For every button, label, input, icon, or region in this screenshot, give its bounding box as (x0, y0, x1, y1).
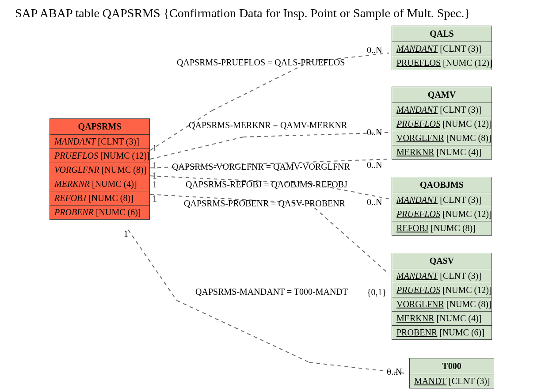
card-one: 1 (152, 194, 157, 204)
relation-label: QAPSRMS-PROBENR = QASV-PROBENR (184, 198, 345, 209)
card-zn: 0..N (367, 197, 382, 207)
entity-qasv: QASV MANDANT [CLNT (3)]PRUEFLOS [NUMC (1… (392, 253, 492, 340)
entity-header: QASV (392, 253, 492, 269)
entity-header: QALS (392, 26, 492, 42)
svg-line-1 (212, 62, 309, 110)
card-zn: 0..N (387, 367, 402, 377)
entity-field: MANDT [CLNT (3)] (410, 374, 494, 388)
entity-field: MANDANT [CLNT (3)] (392, 193, 492, 207)
svg-line-0 (150, 110, 212, 150)
entity-qals: QALS MANDANT [CLNT (3)]PRUEFLOS [NUMC (1… (392, 26, 492, 70)
card-zn: 0..N (367, 45, 382, 55)
card-one: 1 (152, 179, 157, 190)
entity-qapsrms: QAPSRMS MANDANT [CLNT (3)]PRUEFLOS [NUMC… (50, 118, 150, 220)
relation-label: QAPSRMS-MANDANT = T000-MANDT (195, 287, 348, 297)
svg-line-9 (309, 203, 389, 274)
entity-field: PROBENR [NUMC (6)] (392, 325, 492, 339)
card-z1: {0,1} (367, 287, 386, 297)
entity-qamv: QAMV MANDANT [CLNT (3)]PRUEFLOS [NUMC (1… (392, 87, 492, 160)
entity-field: MANDANT [CLNT (3)] (392, 42, 492, 56)
entity-field: REFOBJ [NUMC (8)] (50, 191, 149, 205)
relation-label: QAPSRMS-MERKNR = QAMV-MERKNR (189, 120, 347, 130)
entity-header: QAMV (392, 87, 492, 103)
entity-qaobjms: QAOBJMS MANDANT [CLNT (3)]PRUEFLOS [NUMC… (392, 177, 492, 236)
card-one: 1 (124, 229, 128, 239)
entity-header: T000 (410, 358, 494, 374)
card-zn: 0..N (367, 127, 382, 137)
diagram-title: SAP ABAP table QAPSRMS {Confirmation Dat… (15, 6, 470, 20)
entity-field: MANDANT [CLNT (3)] (392, 103, 492, 117)
card-one: 1 (152, 160, 157, 171)
svg-line-3 (150, 137, 243, 159)
entity-field: MANDANT [CLNT (3)] (392, 269, 492, 283)
relation-label: QAPSRMS-VORGLFNR = QAMV-VORGLFNR (172, 162, 350, 172)
entity-field: VORGLFNR [NUMC (8)] (50, 163, 149, 177)
card-zn: 0..N (367, 160, 382, 170)
relation-label: QAPSRMS-REFOBJ = QAOBJMS-REFOBJ (186, 179, 347, 190)
entity-field: PROBENR [NUMC (6)] (50, 205, 149, 219)
entity-field: PRUEFLOS [NUMC (12)] (392, 56, 492, 70)
entity-field: PRUEFLOS [NUMC (12)] (392, 207, 492, 221)
entity-header: QAOBJMS (392, 177, 492, 193)
entity-field: PRUEFLOS [NUMC (12)] (392, 117, 492, 131)
svg-line-10 (128, 230, 177, 301)
entity-header: QAPSRMS (50, 119, 149, 135)
entity-field: REFOBJ [NUMC (8)] (392, 221, 492, 235)
entity-field: PRUEFLOS [NUMC (12)] (50, 148, 149, 163)
entity-t000: T000 MANDT [CLNT (3)] (409, 358, 494, 388)
entity-field: MANDANT [CLNT (3)] (50, 135, 149, 148)
entity-field: MERKNR [NUMC (4)] (392, 311, 492, 325)
entity-field: PRUEFLOS [NUMC (12)] (392, 283, 492, 297)
entity-field: VORGLFNR [NUMC (8)] (392, 131, 492, 145)
entity-field: VORGLFNR [NUMC (8)] (392, 297, 492, 311)
entity-field: MERKNR [NUMC (4)] (50, 177, 149, 191)
entity-field: MERKNR [NUMC (4)] (392, 145, 492, 159)
card-one: 1 (152, 143, 157, 153)
svg-line-11 (177, 301, 309, 362)
relation-label: QAPSRMS-PRUEFLOS = QALS-PRUEFLOS (177, 57, 345, 68)
